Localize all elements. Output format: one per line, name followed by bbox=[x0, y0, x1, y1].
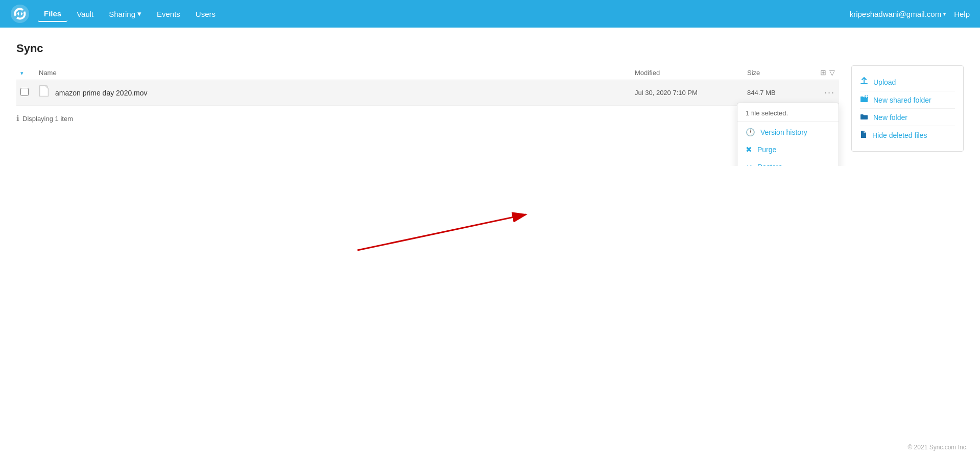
filter-icon[interactable]: ▽ bbox=[829, 68, 835, 77]
context-menu-header: 1 file selected. bbox=[737, 106, 839, 122]
upload-icon bbox=[860, 77, 868, 87]
nav-sharing[interactable]: Sharing ▾ bbox=[103, 6, 148, 21]
user-menu[interactable]: kripeshadwani@gmail.com ▾ bbox=[850, 10, 946, 18]
nav-right: kripeshadwani@gmail.com ▾ Help bbox=[850, 10, 970, 18]
shared-folder-icon bbox=[860, 95, 868, 104]
info-icon: ℹ bbox=[16, 114, 19, 123]
status-text: Displaying 1 item bbox=[22, 115, 73, 123]
folder-icon bbox=[860, 113, 868, 122]
grid-view-icon[interactable]: ⊞ bbox=[820, 68, 826, 77]
sharing-chevron-icon: ▾ bbox=[137, 9, 141, 18]
navbar: Files Vault Sharing ▾ Events Users kripe… bbox=[0, 0, 980, 28]
file-size: 844.7 MB bbox=[747, 89, 808, 97]
col-actions-header: ⊞ ▽ bbox=[808, 68, 839, 77]
context-menu: 1 file selected. 🕐 Version history ✖ Pur… bbox=[737, 103, 839, 166]
user-email: kripeshadwani@gmail.com bbox=[850, 10, 941, 18]
col-size-header: Size bbox=[747, 69, 808, 77]
status-bar: ℹ Displaying 1 item bbox=[16, 114, 839, 123]
nav-users[interactable]: Users bbox=[189, 7, 222, 21]
file-area: ▾ Name Modified Size ⊞ ▽ bbox=[16, 65, 964, 152]
row-checkbox[interactable] bbox=[20, 88, 39, 98]
sidebar-new-shared-folder[interactable]: New shared folder bbox=[860, 91, 955, 109]
file-hide-icon bbox=[860, 130, 867, 140]
logo[interactable] bbox=[10, 4, 30, 23]
sidebar-hide-deleted[interactable]: Hide deleted files bbox=[860, 126, 955, 144]
new-shared-folder-label: New shared folder bbox=[873, 96, 931, 104]
table-row: amazon prime day 2020.mov Jul 30, 2020 7… bbox=[16, 80, 839, 106]
context-menu-purge[interactable]: ✖ Purge bbox=[737, 141, 839, 158]
file-table-wrap: ▾ Name Modified Size ⊞ ▽ bbox=[16, 65, 839, 152]
file-row-actions: ··· 1 file selected. 🕐 Version history ✖… bbox=[808, 87, 839, 98]
sidebar-upload[interactable]: Upload bbox=[860, 73, 955, 91]
col-name-header: Name bbox=[39, 69, 635, 77]
table-header: ▾ Name Modified Size ⊞ ▽ bbox=[16, 65, 839, 80]
file-modified: Jul 30, 2020 7:10 PM bbox=[635, 89, 747, 97]
sidebar-new-folder[interactable]: New folder bbox=[860, 109, 955, 126]
new-folder-label: New folder bbox=[873, 113, 907, 122]
sort-arrow-icon[interactable]: ▾ bbox=[20, 70, 23, 76]
file-checkbox-input[interactable] bbox=[20, 88, 29, 96]
svg-point-0 bbox=[11, 5, 29, 23]
context-menu-restore[interactable]: ↩ Restore bbox=[737, 158, 839, 166]
clock-icon: 🕐 bbox=[746, 128, 755, 137]
sidebar-panel: Upload New shared folder bbox=[851, 65, 964, 152]
hide-deleted-label: Hide deleted files bbox=[872, 131, 927, 139]
file-type-icon bbox=[39, 85, 50, 100]
page-title: Sync bbox=[16, 42, 964, 55]
upload-label: Upload bbox=[873, 78, 896, 86]
col-modified-header: Modified bbox=[635, 69, 747, 77]
nav-vault[interactable]: Vault bbox=[70, 7, 100, 21]
nav-events[interactable]: Events bbox=[151, 7, 186, 21]
context-menu-version-history[interactable]: 🕐 Version history bbox=[737, 124, 839, 141]
user-chevron-icon: ▾ bbox=[943, 11, 946, 17]
header-check: ▾ bbox=[20, 69, 39, 77]
help-link[interactable]: Help bbox=[954, 10, 970, 18]
file-name[interactable]: amazon prime day 2020.mov bbox=[55, 89, 635, 97]
reply-icon: ↩ bbox=[746, 162, 752, 166]
nav-files[interactable]: Files bbox=[38, 6, 67, 22]
three-dots-menu[interactable]: ··· bbox=[824, 87, 835, 98]
x-circle-icon: ✖ bbox=[746, 145, 752, 154]
page-content: Sync ▾ Name Modified Size ⊞ ▽ bbox=[0, 28, 980, 166]
